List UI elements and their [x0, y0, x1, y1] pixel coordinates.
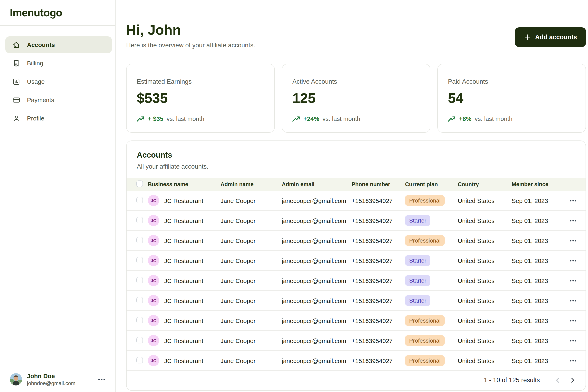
accounts-table-card: Accounts All your affiliate accounts. Bu…	[126, 141, 586, 391]
business-avatar: JC	[148, 355, 159, 366]
admin-name: Jane Cooper	[220, 277, 282, 284]
table-row: JC JC Restaurant Jane Cooper janecooper@…	[126, 191, 586, 211]
country: United States	[458, 317, 512, 324]
sidebar-item-usage[interactable]: Usage	[5, 73, 112, 90]
stat-value: $535	[137, 90, 264, 106]
country: United States	[458, 337, 512, 344]
user-avatar	[10, 373, 22, 386]
select-all-checkbox[interactable]	[136, 180, 143, 187]
trending-up-icon	[448, 115, 456, 123]
sidebar-item-accounts[interactable]: Accounts	[5, 36, 112, 53]
sidebar-item-label: Profile	[27, 115, 44, 122]
member-since: Sep 01, 2023	[512, 257, 561, 264]
stat-trend: + $35 vs. last month	[137, 115, 264, 123]
credit-card-icon	[12, 96, 20, 104]
add-accounts-button[interactable]: Add accounts	[515, 27, 586, 47]
home-icon	[12, 41, 20, 49]
stat-suffix: vs. last month	[475, 115, 512, 122]
business-avatar: JC	[148, 275, 159, 286]
row-checkbox[interactable]	[136, 357, 143, 364]
sidebar-item-billing[interactable]: Billing	[5, 55, 112, 72]
row-checkbox[interactable]	[136, 257, 143, 264]
phone-number: +15163954027	[352, 217, 405, 224]
stat-trend: +8% vs. last month	[448, 115, 575, 123]
row-menu-button[interactable]	[567, 217, 579, 224]
row-menu-button[interactable]	[567, 277, 579, 284]
column-header: Country	[458, 181, 512, 188]
stat-delta: +8%	[459, 115, 472, 122]
business-name: JC Restaurant	[164, 337, 203, 344]
page-subtitle: Here is the overview of your affiliate a…	[126, 42, 255, 49]
sidebar-item-label: Payments	[27, 96, 54, 103]
row-checkbox[interactable]	[136, 237, 143, 243]
row-menu-button[interactable]	[567, 197, 579, 204]
row-menu-button[interactable]	[567, 237, 579, 244]
row-menu-button[interactable]	[567, 337, 579, 344]
stat-value: 54	[448, 90, 575, 106]
sidebar: Imenutogo Accounts Billing Usage	[0, 0, 116, 392]
admin-email: janecooper@gmail.com	[282, 317, 352, 324]
main-content: Hi, John Here is the overview of your af…	[116, 0, 588, 392]
stat-label: Active Accounts	[292, 78, 420, 86]
business-name: JC Restaurant	[164, 297, 203, 304]
bar-chart-icon	[12, 78, 20, 86]
sidebar-item-profile[interactable]: Profile	[5, 110, 112, 126]
admin-email: janecooper@gmail.com	[282, 337, 352, 344]
sidebar-item-payments[interactable]: Payments	[5, 92, 112, 108]
row-checkbox[interactable]	[136, 337, 143, 344]
stat-label: Estimated Earnings	[137, 78, 264, 86]
plus-icon	[524, 34, 531, 41]
stat-trend: +24% vs. last month	[292, 115, 420, 123]
plan-badge: Starter	[405, 216, 430, 226]
admin-name: Jane Cooper	[220, 257, 282, 264]
row-menu-button[interactable]	[567, 357, 579, 364]
phone-number: +15163954027	[352, 317, 405, 324]
admin-email: janecooper@gmail.com	[282, 357, 352, 364]
user-name: John Doe	[27, 372, 91, 379]
table-row: JC JC Restaurant Jane Cooper janecooper@…	[126, 311, 586, 331]
column-header: Admin email	[282, 181, 352, 188]
country: United States	[458, 197, 512, 204]
page-header: Hi, John Here is the overview of your af…	[126, 22, 586, 49]
row-menu-button[interactable]	[567, 297, 579, 304]
chevron-right-icon[interactable]	[567, 374, 578, 386]
table-row: JC JC Restaurant Jane Cooper janecooper@…	[126, 231, 586, 251]
column-header: Business name	[148, 181, 220, 188]
row-checkbox[interactable]	[136, 317, 143, 324]
table-row: JC JC Restaurant Jane Cooper janecooper@…	[126, 211, 586, 231]
table-title: Accounts	[137, 151, 575, 160]
plan-badge: Starter	[405, 276, 430, 286]
country: United States	[458, 257, 512, 264]
user-menu-button[interactable]	[96, 376, 108, 383]
phone-number: +15163954027	[352, 257, 405, 264]
row-menu-button[interactable]	[567, 257, 579, 264]
member-since: Sep 01, 2023	[512, 317, 561, 324]
row-menu-button[interactable]	[567, 317, 579, 324]
stat-suffix: vs. last month	[322, 115, 360, 122]
stat-label: Paid Accounts	[448, 78, 575, 86]
member-since: Sep 01, 2023	[512, 337, 561, 344]
user-icon	[12, 114, 20, 122]
receipt-icon	[12, 59, 20, 67]
row-checkbox[interactable]	[136, 197, 143, 203]
table-row: JC JC Restaurant Jane Cooper janecooper@…	[126, 251, 586, 271]
phone-number: +15163954027	[352, 277, 405, 284]
phone-number: +15163954027	[352, 197, 405, 204]
admin-email: janecooper@gmail.com	[282, 237, 352, 244]
row-checkbox[interactable]	[136, 297, 143, 304]
phone-number: +15163954027	[352, 297, 405, 304]
table-body: JC JC Restaurant Jane Cooper janecooper@…	[126, 191, 586, 371]
table-row: JC JC Restaurant Jane Cooper janecooper@…	[126, 291, 586, 311]
chevron-left-icon[interactable]	[552, 374, 564, 386]
page-title: Hi, John	[126, 22, 255, 38]
row-checkbox[interactable]	[136, 277, 143, 284]
pagination: 1 - 10 of 125 results	[126, 371, 586, 389]
country: United States	[458, 237, 512, 244]
table-row: JC JC Restaurant Jane Cooper janecooper@…	[126, 271, 586, 291]
row-checkbox[interactable]	[136, 217, 143, 223]
business-avatar: JC	[148, 255, 159, 266]
plan-badge: Professional	[405, 316, 445, 326]
business-avatar: JC	[148, 195, 159, 206]
country: United States	[458, 277, 512, 284]
member-since: Sep 01, 2023	[512, 277, 561, 284]
